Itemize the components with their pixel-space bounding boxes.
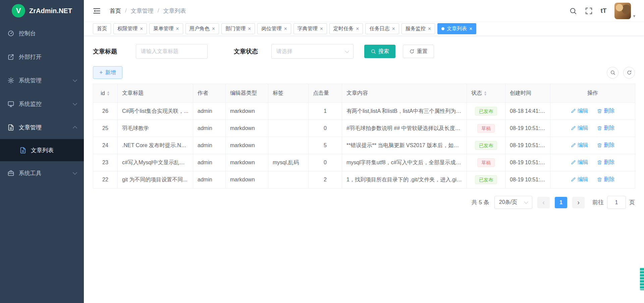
sidebar-item-external-open[interactable]: 外部打开 xyxy=(0,45,84,69)
search-icon[interactable] xyxy=(569,7,577,15)
tab-permission-mgmt[interactable]: 权限管理 × xyxy=(113,23,147,34)
search-button[interactable]: 搜索 xyxy=(364,45,395,58)
close-icon[interactable]: × xyxy=(392,26,395,32)
breadcrumb-home[interactable]: 首页 xyxy=(110,7,121,15)
delete-button[interactable]: 删除 xyxy=(597,107,614,115)
close-icon[interactable]: × xyxy=(356,26,359,32)
tab-scheduled-task[interactable]: 定时任务 × xyxy=(329,23,363,34)
breadcrumb-article-list: 文章列表 xyxy=(163,7,186,15)
refresh-table-button[interactable] xyxy=(623,67,635,79)
column-status[interactable]: 状态 ▲▼ xyxy=(467,84,505,103)
sidebar-item-article-list[interactable]: 文章列表 xyxy=(0,139,84,161)
tab-article-list[interactable]: 文章列表 × xyxy=(437,23,476,34)
cell-id: 26 xyxy=(93,103,118,120)
sidebar-item-dashboard[interactable]: 控制台 xyxy=(0,21,84,45)
chevron-up-icon xyxy=(73,126,77,130)
delete-button[interactable]: 删除 xyxy=(597,142,614,149)
breadcrumb-separator: / xyxy=(158,7,159,14)
plus-icon: + xyxy=(99,70,103,76)
fullscreen-icon[interactable] xyxy=(585,7,593,15)
tab-dept-mgmt[interactable]: 部门管理 × xyxy=(221,23,255,34)
delete-button[interactable]: 删除 xyxy=(597,176,614,183)
edit-button[interactable]: 编辑 xyxy=(571,159,588,166)
tab-task-log[interactable]: 任务日志 × xyxy=(365,23,399,34)
cell-content: mysql字符集utf8，c#写入中文后，全部显示成? ... xyxy=(342,154,467,171)
cell-clicks: 0 xyxy=(309,120,342,137)
cell-operations: 编辑 删除 xyxy=(550,171,635,188)
delete-button[interactable]: 删除 xyxy=(597,125,614,132)
article-status-select[interactable]: 请选择 xyxy=(271,44,354,59)
goto-page: 前往 页 xyxy=(592,196,635,209)
tab-home[interactable]: 首页 xyxy=(93,23,111,34)
page-number-1[interactable]: 1 xyxy=(555,197,567,208)
edit-button[interactable]: 编辑 xyxy=(571,125,588,132)
breadcrumb-article-management[interactable]: 文章管理 xyxy=(131,7,154,15)
page-size-value: 20条/页 xyxy=(499,199,517,206)
sidebar-item-system-management[interactable]: 系统管理 xyxy=(0,69,84,92)
sort-down-icon: ▼ xyxy=(107,93,110,96)
main-area: 首页 / 文章管理 / 文章列表 tT ▾ xyxy=(84,0,644,303)
sidebar-item-label: 控制台 xyxy=(19,30,36,37)
sort-icons[interactable]: ▲▼ xyxy=(107,91,110,96)
cell-clicks: 0 xyxy=(309,154,342,171)
cell-operations: 编辑 删除 xyxy=(550,137,635,154)
tab-active-dot xyxy=(441,27,444,30)
logo: V ZrAdmin.NET xyxy=(0,0,84,21)
tab-post-mgmt[interactable]: 岗位管理 × xyxy=(257,23,291,34)
prev-page-button[interactable]: ‹ xyxy=(537,197,550,208)
user-menu[interactable]: ▾ xyxy=(614,3,635,19)
trash-icon xyxy=(597,109,602,114)
column-editor-type: 编辑器类型 xyxy=(226,84,268,103)
tabbar: 首页 权限管理 × 菜单管理 × 用户角色 × 部门管理 × 岗位管理 × xyxy=(84,21,644,36)
close-icon[interactable]: × xyxy=(176,26,179,32)
edit-button[interactable]: 编辑 xyxy=(571,107,588,115)
article-title-input[interactable] xyxy=(136,44,208,59)
cell-status: 已发布 xyxy=(467,103,505,120)
cell-clicks: 1 xyxy=(309,103,342,120)
floating-widget[interactable] xyxy=(640,267,644,290)
close-icon[interactable]: × xyxy=(284,26,287,32)
tab-user-role[interactable]: 用户角色 × xyxy=(185,23,219,34)
next-page-button[interactable]: › xyxy=(572,197,585,208)
table-row: 22 git 为不同的项目设置不同... admin markdown 2 1，… xyxy=(93,171,635,188)
add-button[interactable]: + 新增 xyxy=(93,66,122,79)
select-placeholder: 请选择 xyxy=(276,48,292,55)
sidebar-item-article-management[interactable]: 文章管理 xyxy=(0,116,84,139)
close-icon[interactable]: × xyxy=(320,26,323,32)
reset-button[interactable]: 重置 xyxy=(403,45,434,58)
article-title-label: 文章标题 xyxy=(93,47,117,55)
refresh-icon xyxy=(627,70,632,75)
tab-menu-mgmt[interactable]: 菜单管理 × xyxy=(149,23,183,34)
column-id[interactable]: id ▲▼ xyxy=(93,84,118,103)
sidebar-item-label: 文章列表 xyxy=(31,146,54,154)
close-icon[interactable]: × xyxy=(140,26,143,32)
font-size-icon[interactable]: tT xyxy=(601,7,607,14)
edit-button[interactable]: 编辑 xyxy=(571,176,588,183)
sidebar-item-system-monitor[interactable]: 系统监控 xyxy=(0,92,84,116)
cell-editor: markdown xyxy=(226,103,268,120)
tab-label: 定时任务 xyxy=(333,26,354,32)
close-icon[interactable]: × xyxy=(248,26,251,32)
tab-service-monitor[interactable]: 服务监控 × xyxy=(401,23,435,34)
app-title: ZrAdmin.NET xyxy=(29,7,72,15)
tab-label: 部门管理 xyxy=(225,26,246,32)
sidebar-item-system-tools[interactable]: 系统工具 xyxy=(0,161,84,185)
chevron-down-icon xyxy=(524,200,528,204)
toggle-search-button[interactable] xyxy=(607,67,619,79)
close-icon[interactable]: × xyxy=(212,26,215,32)
sidebar-item-label: 系统监控 xyxy=(19,100,42,108)
sort-icons[interactable]: ▲▼ xyxy=(484,91,487,96)
goto-page-input[interactable] xyxy=(607,196,626,209)
sidebar-item-label: 系统管理 xyxy=(19,77,42,84)
page-size-select[interactable]: 20条/页 xyxy=(494,196,532,209)
cell-editor: markdown xyxy=(226,154,268,171)
column-tags: 标签 xyxy=(268,84,309,103)
edit-button[interactable]: 编辑 xyxy=(571,142,588,149)
tab-label: 权限管理 xyxy=(117,26,138,32)
delete-button[interactable]: 删除 xyxy=(597,159,614,166)
avatar[interactable] xyxy=(614,3,631,19)
close-icon[interactable]: × xyxy=(469,26,472,32)
close-icon[interactable]: × xyxy=(428,26,431,32)
tab-dict-mgmt[interactable]: 字典管理 × xyxy=(293,23,327,34)
collapse-sidebar-button[interactable] xyxy=(93,7,101,15)
